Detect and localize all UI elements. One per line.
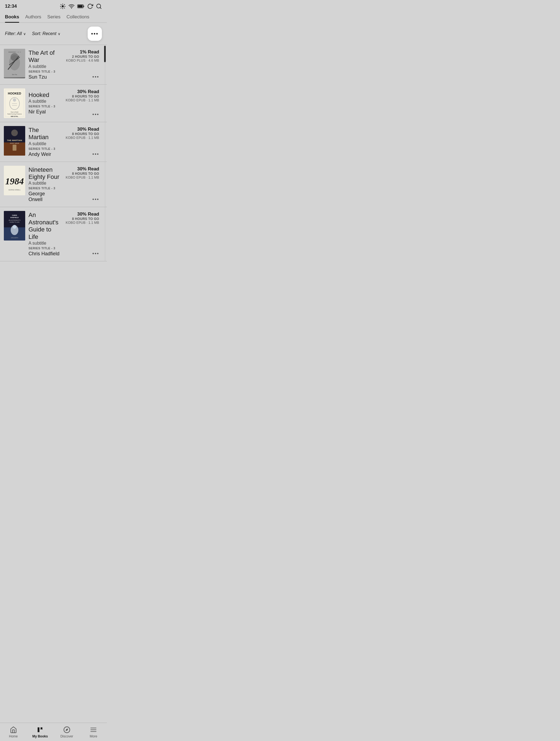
book-source-hooked: KOBO EPUB · 1.1 MB: [66, 98, 99, 102]
item-menu-art-of-war[interactable]: •••: [92, 74, 99, 80]
book-author-1984: George Orwell: [28, 191, 60, 202]
svg-point-0: [62, 5, 64, 7]
more-icon: [90, 726, 97, 733]
scrollbar-thumb[interactable]: [104, 46, 106, 62]
book-cover-astronaut: CHRIS HADFIELD AN ASTRONAUT'S GUIDE TO L…: [4, 211, 25, 241]
read-pct-the-martian: 30% Read: [66, 127, 99, 132]
item-menu-the-martian[interactable]: •••: [92, 151, 99, 157]
status-bar: 12:34: [0, 0, 107, 11]
book-cover-hooked: HOOKED How to Build Habit-Forming Produc…: [4, 88, 25, 118]
svg-text:GEORGE ORWELL: GEORGE ORWELL: [8, 189, 21, 191]
status-icons: [60, 3, 102, 9]
svg-text:CHRIS: CHRIS: [12, 214, 17, 216]
item-menu-hooked[interactable]: •••: [92, 112, 99, 118]
svg-rect-11: [83, 6, 84, 7]
read-pct-hooked: 30% Read: [66, 89, 99, 94]
book-subtitle-1984: A subtitle: [28, 181, 60, 186]
search-icon[interactable]: [96, 3, 102, 9]
discover-icon: [63, 726, 70, 733]
book-title-art-of-war: The Art of War: [28, 49, 60, 64]
svg-text:Habit-Forming Products: Habit-Forming Products: [7, 113, 22, 115]
svg-point-32: [11, 130, 18, 136]
item-menu-1984[interactable]: •••: [92, 197, 99, 202]
book-series-art-of-war: SERIES TITLE - 3: [28, 70, 60, 73]
filter-left: Filter: All ∨ Sort: Recent ∨: [5, 31, 61, 36]
book-source-1984: KOBO EPUB · 1.1 MB: [66, 176, 99, 180]
book-source-the-martian: KOBO EPUB · 1.1 MB: [66, 136, 99, 140]
book-author-art-of-war: Sun Tzu: [28, 74, 60, 80]
svg-line-18: [8, 56, 19, 70]
nav-item-my-books[interactable]: My Books: [27, 723, 54, 741]
item-menu-astronaut[interactable]: •••: [92, 251, 99, 257]
book-title-astronaut: An Astronaut's Guide to Life: [28, 211, 60, 241]
svg-text:How to Build: How to Build: [11, 111, 18, 113]
sort-label: Sort: Recent: [32, 31, 56, 36]
my-books-icon: [37, 726, 44, 733]
svg-marker-49: [65, 728, 68, 731]
svg-point-46: [13, 225, 16, 229]
battery-icon: [77, 4, 84, 9]
book-stats-hooked: 30% Read 8 HOURS TO GO KOBO EPUB · 1.1 M…: [64, 88, 99, 118]
svg-text:HADFIELD: HADFIELD: [10, 217, 19, 218]
book-stats-top-astronaut: 30% Read 8 HOURS TO GO KOBO EPUB · 1.1 M…: [66, 211, 99, 225]
nav-item-discover[interactable]: Discover: [53, 723, 80, 741]
svg-text:GUIDE TO LIFE: GUIDE TO LIFE: [10, 221, 20, 223]
book-subtitle-the-martian: A subtitle: [28, 141, 60, 146]
book-title-hooked: Hooked: [28, 91, 60, 98]
tab-books[interactable]: Books: [5, 14, 19, 22]
svg-text:AN ASTRONAUT'S: AN ASTRONAUT'S: [8, 219, 20, 221]
book-list-wrapper: 000000000 1 3 1 Sun Tzu The Art of War A…: [0, 45, 107, 261]
hours-to-go-hooked: 8 HOURS TO GO: [66, 94, 99, 98]
svg-line-7: [64, 4, 65, 5]
svg-text:Sun Tzu: Sun Tzu: [12, 74, 17, 75]
book-item-art-of-war[interactable]: 000000000 1 3 1 Sun Tzu The Art of War A…: [0, 45, 107, 85]
nav-item-more[interactable]: More: [80, 723, 107, 741]
tab-collections[interactable]: Collections: [67, 14, 89, 22]
book-info-the-martian: The Martian A subtitle SERIES TITLE - 3 …: [25, 126, 64, 158]
options-button[interactable]: •••: [88, 26, 102, 41]
book-info-astronaut: An Astronaut's Guide to Life A subtitle …: [25, 211, 64, 257]
book-title-1984: Nineteen Eighty Four: [28, 166, 60, 181]
book-item-astronaut[interactable]: CHRIS HADFIELD AN ASTRONAUT'S GUIDE TO L…: [0, 207, 107, 261]
book-info-1984: Nineteen Eighty Four A subtitle SERIES T…: [25, 166, 64, 203]
book-source-astronaut: KOBO EPUB · 1.1 MB: [66, 221, 99, 225]
bottom-nav: Home My Books Discover More: [0, 723, 107, 741]
hours-to-go-astronaut: 8 HOURS TO GO: [66, 217, 99, 221]
svg-text:HOOKED: HOOKED: [8, 92, 21, 95]
sort-chevron-icon: ∨: [58, 32, 61, 36]
book-stats-art-of-war: 1% Read 2 HOURS TO GO KOBO PLUS · 4.6 MB…: [64, 49, 99, 80]
sync-icon: [87, 3, 93, 9]
book-author-astronaut: Chris Hadfield: [28, 251, 60, 257]
svg-text:000000000 1 3 1: 000000000 1 3 1: [8, 51, 20, 53]
svg-text:THE MARTIAN: THE MARTIAN: [7, 139, 22, 142]
filter-chevron-icon: ∨: [23, 32, 26, 36]
read-pct-1984: 30% Read: [66, 166, 99, 172]
book-stats-top-art-of-war: 1% Read 2 HOURS TO GO KOBO PLUS · 4.6 MB: [66, 49, 99, 62]
hours-to-go-1984: 8 HOURS TO GO: [66, 172, 99, 176]
svg-text:ON EARTH: ON EARTH: [11, 237, 18, 239]
svg-rect-35: [13, 145, 16, 151]
book-subtitle-astronaut: A subtitle: [28, 241, 60, 246]
book-item-1984[interactable]: 1984 GEORGE ORWELL Nineteen Eighty Four …: [0, 162, 107, 207]
book-author-the-martian: Andy Weir: [28, 151, 60, 157]
svg-line-5: [61, 4, 61, 5]
book-item-hooked[interactable]: HOOKED How to Build Habit-Forming Produc…: [0, 85, 107, 122]
nav-label-my-books: My Books: [32, 734, 48, 738]
svg-point-9: [71, 8, 72, 9]
svg-line-8: [61, 8, 61, 8]
tab-authors[interactable]: Authors: [25, 14, 41, 22]
book-source-art-of-war: KOBO PLUS · 4.6 MB: [66, 59, 99, 62]
book-stats-astronaut: 30% Read 8 HOURS TO GO KOBO EPUB · 1.1 M…: [64, 211, 99, 257]
sort-button[interactable]: Sort: Recent ∨: [32, 31, 61, 36]
scrollbar-track: [104, 45, 106, 261]
tab-series[interactable]: Series: [47, 14, 61, 22]
nav-item-home[interactable]: Home: [0, 723, 27, 741]
filter-button[interactable]: Filter: All ∨: [5, 31, 26, 36]
svg-text:NIR EYAL: NIR EYAL: [11, 116, 18, 117]
tabs-bar: Books Authors Series Collections: [0, 11, 107, 23]
nav-label-more: More: [90, 734, 97, 738]
book-subtitle-hooked: A subtitle: [28, 99, 60, 104]
book-cover-the-martian: THE MARTIAN ANDY WEIR: [4, 126, 25, 155]
book-item-the-martian[interactable]: THE MARTIAN ANDY WEIR The Martian A subt…: [0, 122, 107, 162]
svg-line-6: [64, 8, 65, 8]
